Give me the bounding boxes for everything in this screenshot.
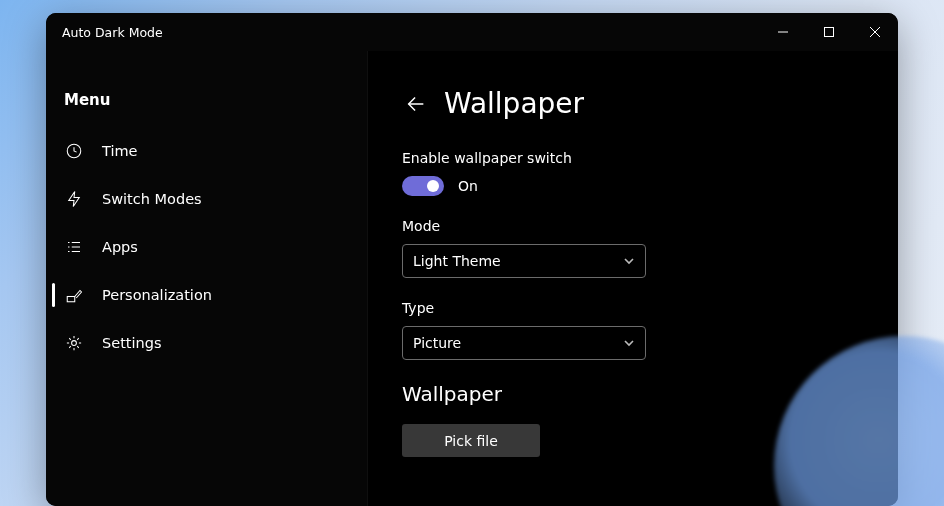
sidebar: Menu Time Switch Modes Apps	[46, 51, 368, 506]
wallpaper-section-heading: Wallpaper	[402, 382, 864, 406]
enable-switch-group: Enable wallpaper switch On	[402, 150, 864, 196]
type-value: Picture	[413, 335, 461, 351]
close-icon	[870, 27, 880, 37]
close-button[interactable]	[852, 13, 898, 51]
sidebar-item-label: Time	[102, 143, 138, 159]
sidebar-item-label: Switch Modes	[102, 191, 202, 207]
sidebar-item-label: Apps	[102, 239, 138, 255]
arrow-left-icon	[405, 93, 427, 115]
sidebar-item-personalization[interactable]: Personalization	[56, 271, 357, 319]
minimize-button[interactable]	[760, 13, 806, 51]
sidebar-item-label: Settings	[102, 335, 161, 351]
type-select[interactable]: Picture	[402, 326, 646, 360]
type-label: Type	[402, 300, 864, 316]
pick-file-label: Pick file	[444, 433, 498, 449]
titlebar[interactable]: Auto Dark Mode	[46, 13, 898, 51]
pick-file-button[interactable]: Pick file	[402, 424, 540, 457]
main-panel: Wallpaper Enable wallpaper switch On Mod…	[368, 51, 898, 506]
app-window: Auto Dark Mode Menu Time Swit	[46, 13, 898, 506]
list-icon	[64, 237, 84, 257]
enable-switch-label: Enable wallpaper switch	[402, 150, 864, 166]
page-title: Wallpaper	[444, 87, 584, 120]
content-area: Menu Time Switch Modes Apps	[46, 51, 898, 506]
svg-rect-1	[825, 28, 834, 37]
clock-icon	[64, 141, 84, 161]
window-title: Auto Dark Mode	[62, 25, 163, 40]
mode-label: Mode	[402, 218, 864, 234]
maximize-button[interactable]	[806, 13, 852, 51]
personalization-icon	[64, 285, 84, 305]
enable-switch-toggle-row: On	[402, 176, 864, 196]
sidebar-heading: Menu	[56, 67, 357, 127]
chevron-down-icon	[623, 337, 635, 349]
mode-select[interactable]: Light Theme	[402, 244, 646, 278]
back-button[interactable]	[402, 90, 430, 118]
sidebar-item-settings[interactable]: Settings	[56, 319, 357, 367]
gear-icon	[64, 333, 84, 353]
svg-rect-11	[67, 297, 75, 302]
sidebar-item-time[interactable]: Time	[56, 127, 357, 175]
svg-point-12	[72, 341, 77, 346]
page-header: Wallpaper	[402, 87, 864, 120]
sidebar-item-switch-modes[interactable]: Switch Modes	[56, 175, 357, 223]
mode-group: Mode Light Theme	[402, 218, 864, 278]
enable-switch-toggle[interactable]	[402, 176, 444, 196]
lightning-icon	[64, 189, 84, 209]
chevron-down-icon	[623, 255, 635, 267]
toggle-state-label: On	[458, 178, 478, 194]
sidebar-item-label: Personalization	[102, 287, 212, 303]
mode-value: Light Theme	[413, 253, 501, 269]
maximize-icon	[824, 27, 834, 37]
sidebar-item-apps[interactable]: Apps	[56, 223, 357, 271]
type-group: Type Picture	[402, 300, 864, 360]
toggle-knob	[427, 180, 439, 192]
minimize-icon	[778, 27, 788, 37]
